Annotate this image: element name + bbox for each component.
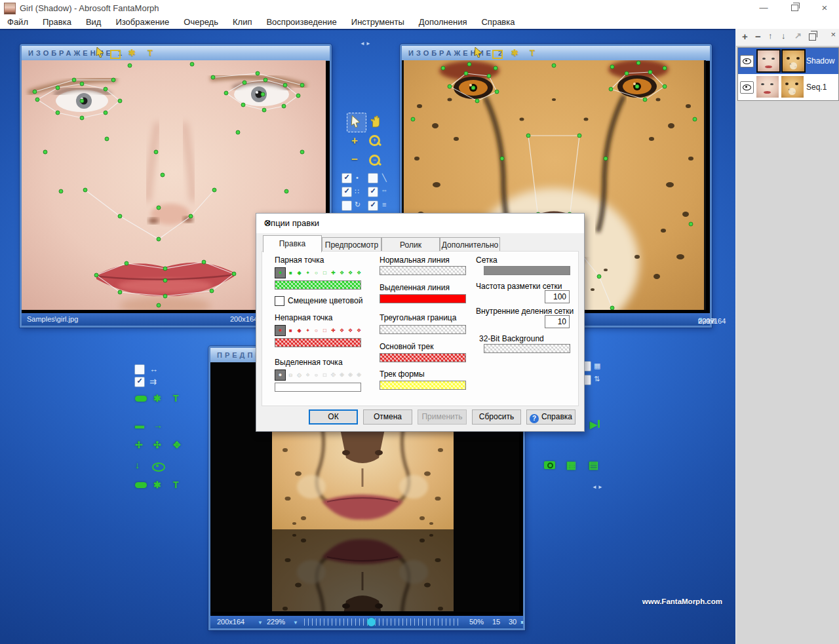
- menu-item[interactable]: Справка: [474, 16, 522, 29]
- close-button[interactable]: ×: [810, 0, 839, 16]
- color-shift-checkbox[interactable]: [275, 296, 284, 306]
- zoom-dropdown-icon[interactable]: ▼: [698, 316, 703, 322]
- window-titlebar[interactable]: Girl (Shadow) - Abrosoft FantaMorph — ×: [0, 0, 839, 16]
- layers-icon[interactable]: [135, 482, 147, 488]
- gear-icon[interactable]: ✱: [153, 393, 161, 404]
- grid-frequency-input[interactable]: [545, 290, 570, 303]
- normal-line-color-swatch[interactable]: [380, 266, 466, 275]
- layer-thumb-cheetah[interactable]: [781, 49, 806, 73]
- point-style-option[interactable]: ❖: [355, 326, 362, 335]
- add-layer-button[interactable]: +: [742, 31, 748, 42]
- pane-splitter-icon[interactable]: ◄►: [360, 41, 372, 47]
- point-style-option[interactable]: ●: [275, 325, 286, 336]
- dialog-close-button[interactable]: ✕: [264, 218, 577, 228]
- image1-titlebar[interactable]: ИЗОБРАЖЕНИЕ 1 ✱ T: [22, 46, 330, 61]
- layer-thumb-girl[interactable]: [756, 76, 779, 98]
- point-style-option[interactable]: ❖: [347, 268, 354, 278]
- point-style-option[interactable]: ❖: [347, 326, 354, 335]
- point-style-option[interactable]: ❖: [338, 326, 345, 335]
- next-frame-icon[interactable]: ▶: [590, 419, 597, 430]
- point-style-option[interactable]: ◆: [296, 268, 303, 278]
- morph-tool-icon[interactable]: ✣: [153, 440, 161, 450]
- ruler-icon[interactable]: ▬: [135, 420, 144, 430]
- menu-item[interactable]: Вид: [79, 16, 109, 29]
- remove-point-tool-icon[interactable]: −: [351, 153, 358, 166]
- menu-item[interactable]: Инструменты: [344, 16, 412, 29]
- reset-button[interactable]: Сбросить: [472, 409, 521, 425]
- point-style-option[interactable]: □: [321, 370, 328, 380]
- point-style-option[interactable]: ◆: [296, 370, 303, 380]
- point-style-option[interactable]: ❖: [355, 370, 362, 380]
- unpaired-point-style-picker[interactable]: ●■◆✦○□✚❖❖❖: [275, 324, 362, 336]
- point-style-option[interactable]: ✦: [304, 268, 311, 278]
- point-style-option[interactable]: ✦: [304, 326, 311, 335]
- image2-titlebar[interactable]: ИЗОБРАЖЕНИЕ 2 ✱ T: [402, 46, 710, 61]
- forward-checkbox[interactable]: ✓: [134, 377, 145, 387]
- menu-item[interactable]: Клип: [225, 16, 259, 29]
- add-point-tool-icon[interactable]: +: [351, 134, 358, 147]
- morph-tool-icon[interactable]: ✢: [135, 440, 143, 450]
- menu-item[interactable]: Дополнения: [412, 16, 475, 29]
- shape-track-color-swatch[interactable]: [380, 381, 466, 390]
- point-style-option[interactable]: ●: [275, 369, 286, 381]
- point-style-option[interactable]: □: [321, 268, 328, 278]
- ok-button[interactable]: ОК: [309, 409, 358, 425]
- show-paired-points-checkbox[interactable]: ✓: [341, 187, 352, 197]
- layers-icon[interactable]: [135, 396, 147, 402]
- visibility-toggle[interactable]: [740, 81, 754, 94]
- dialog-titlebar[interactable]: Опции правки ✕: [256, 214, 584, 233]
- point-style-option[interactable]: ❖: [355, 268, 362, 278]
- crop-icon[interactable]: [110, 50, 121, 59]
- bg-32bit-swatch[interactable]: [484, 344, 570, 353]
- zoom-in-tool-icon[interactable]: +: [369, 135, 380, 146]
- remove-layer-button[interactable]: −: [755, 31, 761, 42]
- morph-tool-icon[interactable]: ✥: [173, 440, 181, 450]
- cancel-button[interactable]: Отмена: [363, 409, 412, 425]
- text-tool-icon[interactable]: T: [173, 480, 179, 490]
- film-icon[interactable]: ▦: [566, 459, 576, 471]
- delay-value[interactable]: 15: [492, 618, 500, 626]
- menu-item[interactable]: Правка: [35, 16, 79, 29]
- zoom-out-tool-icon[interactable]: −: [369, 155, 380, 166]
- layer-thumb-cheetah[interactable]: [781, 76, 804, 98]
- minimize-button[interactable]: —: [749, 0, 778, 16]
- pan-hand-tool-icon[interactable]: [370, 115, 381, 128]
- triangle-border-color-swatch[interactable]: [380, 325, 466, 334]
- show-points-checkbox[interactable]: ✓: [341, 173, 352, 183]
- panel-close-button[interactable]: ×: [830, 29, 836, 39]
- tab-advanced[interactable]: Дополнительно: [440, 237, 500, 252]
- point-style-option[interactable]: ❖: [338, 268, 345, 278]
- main-track-color-swatch[interactable]: [380, 353, 466, 362]
- arrow-right-icon[interactable]: →: [153, 420, 163, 430]
- help-button[interactable]: ?Справка: [526, 409, 576, 425]
- text-tool-icon[interactable]: T: [147, 48, 153, 58]
- morph-slider-track[interactable]: [304, 618, 461, 626]
- menu-item[interactable]: Очередь: [176, 16, 225, 29]
- move-layer-up-button[interactable]: ↑: [768, 31, 773, 41]
- point-style-option[interactable]: ■: [287, 326, 294, 335]
- tab-edit[interactable]: Правка: [263, 235, 322, 252]
- zoom-dropdown-icon[interactable]: ▼: [293, 620, 298, 626]
- rotate-view-checkbox[interactable]: [341, 200, 352, 211]
- arrow-down-icon[interactable]: ↓: [135, 460, 140, 470]
- layer-row-seq1[interactable]: Seq.1: [738, 74, 838, 100]
- menu-item[interactable]: Файл: [0, 16, 35, 29]
- menu-item[interactable]: Изображение: [108, 16, 176, 29]
- point-style-option[interactable]: ■: [287, 370, 294, 380]
- point-style-option[interactable]: ❖: [338, 370, 345, 380]
- grid-color-swatch[interactable]: [484, 266, 570, 275]
- text-tool-icon[interactable]: T: [530, 48, 535, 58]
- point-style-option[interactable]: ○: [313, 268, 320, 278]
- point-style-option[interactable]: ✦: [304, 370, 311, 380]
- show-lines-checkbox[interactable]: [368, 173, 378, 183]
- menu-item[interactable]: Воспроизведение: [259, 16, 343, 29]
- point-style-option[interactable]: ◆: [296, 326, 303, 335]
- unpaired-point-color-swatch[interactable]: [275, 338, 361, 347]
- paired-point-style-picker[interactable]: ●■◆✦○□✚❖❖❖: [275, 267, 362, 278]
- point-style-option[interactable]: ○: [313, 370, 320, 380]
- point-style-option[interactable]: □: [321, 326, 328, 335]
- camera-icon[interactable]: [544, 461, 555, 469]
- size-dropdown-icon[interactable]: ▼: [258, 620, 263, 626]
- tab-preview[interactable]: Предпросмотр: [322, 237, 381, 252]
- point-style-option[interactable]: ❖: [347, 370, 354, 380]
